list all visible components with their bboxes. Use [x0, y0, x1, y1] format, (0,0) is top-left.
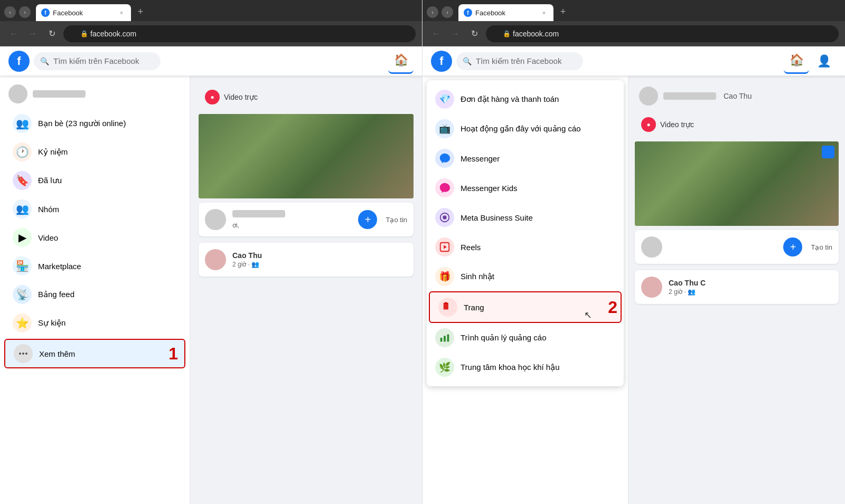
- saved-icon: 🔖: [13, 171, 32, 190]
- search-icon-right: 🔍: [463, 57, 472, 65]
- birthday-label: Sinh nhật: [461, 272, 494, 281]
- post-badge: [822, 146, 834, 158]
- ads-activity-icon: 📺: [435, 119, 454, 138]
- post-avatar-left: [205, 249, 226, 270]
- tab-forward-left[interactable]: ›: [19, 6, 31, 18]
- sidebar-item-events[interactable]: ⭐ Sự kiện: [4, 309, 185, 337]
- panel-content-left: 👥 Bạn bè (23 người online) 🕐 Kỷ niệm 🔖 Đ…: [0, 76, 422, 504]
- user-avatar-left: [8, 84, 27, 103]
- sidebar-item-saved[interactable]: 🔖 Đã lưu: [4, 167, 185, 194]
- reload-btn-right[interactable]: ↻: [467, 26, 482, 41]
- svg-rect-10: [444, 336, 446, 341]
- feed-label: Bảng feed: [38, 290, 74, 299]
- tab-forward-right[interactable]: ›: [442, 6, 453, 18]
- browser-tab-right[interactable]: f Facebook ×: [458, 4, 553, 21]
- fb-header-left: f 🔍 Tìm kiếm trên Facebook 🏠: [0, 46, 422, 76]
- friends-icon: 👥: [13, 114, 32, 133]
- events-icon: ⭐: [13, 313, 32, 332]
- sidebar-item-groups[interactable]: 👥 Nhóm: [4, 195, 185, 223]
- new-tab-left[interactable]: +: [133, 4, 148, 19]
- browser-panel-right: ‹ › f Facebook × + ← → ↻ 🔒 facebook.com: [422, 0, 845, 504]
- fb-search-right[interactable]: 🔍 Tìm kiếm trên Facebook: [456, 52, 583, 70]
- dropdown-panel: 💎 Đơn đặt hàng và thanh toán 📺 Hoạt động…: [422, 76, 628, 504]
- dropdown-item-messenger-kids[interactable]: Messenger Kids: [427, 173, 624, 203]
- address-input-right[interactable]: 🔒 facebook.com: [486, 25, 839, 42]
- profile-nav-right[interactable]: 👤: [811, 49, 837, 74]
- forward-btn-left[interactable]: →: [25, 26, 40, 41]
- tab-back-right[interactable]: ‹: [427, 6, 438, 18]
- post-user-name-left: Cao Thu: [232, 251, 407, 260]
- video-live-label-left: Video trực: [224, 93, 258, 101]
- svg-marker-6: [444, 245, 447, 249]
- tab-close-right[interactable]: ×: [540, 8, 548, 17]
- reels-icon: [435, 237, 454, 256]
- fb-header-right: f 🔍 Tìm kiếm trên Facebook 🏠 👤: [422, 46, 845, 76]
- saved-label: Đã lưu: [38, 176, 62, 185]
- trang-container: Trang ↖ 2: [427, 291, 624, 323]
- sidebar-item-feed[interactable]: 📡 Bảng feed: [4, 281, 185, 308]
- post-image-left: [199, 114, 414, 198]
- cursor-indicator: ↖: [584, 309, 592, 321]
- tab-controls-left: ‹ ›: [4, 6, 31, 21]
- dropdown-item-reels[interactable]: Reels: [427, 232, 624, 262]
- story-info-left: ơi,: [232, 210, 352, 229]
- see-more-label: Xem thêm: [39, 349, 75, 358]
- back-btn-right[interactable]: ←: [429, 26, 444, 41]
- create-story-btn-right[interactable]: +: [783, 237, 802, 256]
- new-tab-right[interactable]: +: [556, 4, 570, 19]
- post-avatar-right: [641, 277, 662, 298]
- climate-label: Trung tâm khoa học khí hậu: [461, 363, 560, 372]
- svg-point-1: [22, 353, 24, 355]
- dropdown-item-pages[interactable]: Trang: [429, 291, 622, 323]
- dropdown-item-birthday[interactable]: 🎁 Sinh nhật: [427, 262, 624, 291]
- events-label: Sự kiện: [38, 318, 65, 328]
- marketplace-label: Marketplace: [38, 262, 81, 271]
- live-icon-right: ●: [641, 117, 656, 132]
- dropdown-item-orders[interactable]: 💎 Đơn đặt hàng và thanh toán: [427, 84, 624, 114]
- post-card-left: Cao Thu 2 giờ · 👥: [199, 243, 414, 277]
- video-live-label-right: Video trực: [660, 120, 694, 129]
- tab-back-left[interactable]: ‹: [4, 6, 16, 18]
- feed-icon: 📡: [13, 285, 32, 304]
- tab-close-left[interactable]: ×: [117, 8, 126, 17]
- lock-icon-left: 🔒: [80, 30, 88, 37]
- dropdown-item-messenger[interactable]: Messenger: [427, 144, 624, 173]
- sidebar-item-marketplace[interactable]: 🏪 Marketplace: [4, 252, 185, 280]
- svg-point-0: [19, 353, 21, 355]
- sidebar-item-video[interactable]: ▶ Video: [4, 224, 185, 251]
- user-name-left: [33, 90, 86, 98]
- sidebar-item-memories[interactable]: 🕐 Kỷ niệm: [4, 138, 185, 166]
- sidebar-item-friends[interactable]: 👥 Bạn bè (23 người online): [4, 110, 185, 137]
- video-live-right: ● Video trực: [635, 112, 839, 137]
- user-name-right: [663, 92, 716, 100]
- browser-tab-left[interactable]: f Facebook ×: [36, 4, 131, 21]
- home-nav-left[interactable]: 🏠: [388, 49, 414, 74]
- fb-search-left[interactable]: 🔍 Tìm kiếm trên Facebook: [34, 52, 161, 70]
- panel-content-right: 💎 Đơn đặt hàng và thanh toán 📺 Hoạt động…: [422, 76, 845, 504]
- dropdown-item-ads-manager[interactable]: Trình quản lý quảng cáo: [427, 323, 624, 353]
- dropdown-menu: 💎 Đơn đặt hàng và thanh toán 📺 Hoạt động…: [427, 80, 624, 386]
- ads-manager-label: Trình quản lý quảng cáo: [461, 333, 547, 343]
- address-bar-right: ← → ↻ 🔒 facebook.com: [422, 21, 845, 46]
- dropdown-item-ads-activity[interactable]: 📺 Hoạt động gần đây với quảng cáo: [427, 114, 624, 144]
- post-info-left: Cao Thu 2 giờ · 👥: [232, 251, 407, 268]
- create-story-btn-left[interactable]: +: [358, 210, 377, 229]
- dropdown-item-climate[interactable]: 🌿 Trung tâm khoa học khí hậu: [427, 353, 624, 382]
- lock-icon-right: 🔒: [503, 30, 511, 37]
- svg-point-4: [443, 215, 446, 219]
- address-input-left[interactable]: 🔒 facebook.com: [63, 25, 416, 42]
- fb-feed-left: ● Video trực ơi, + Tạo tin: [190, 76, 422, 504]
- home-nav-right[interactable]: 🏠: [784, 49, 809, 74]
- sidebar-item-see-more[interactable]: Xem thêm 1: [4, 339, 185, 368]
- tab-title-right: Facebook: [475, 9, 537, 17]
- dropdown-item-meta-business[interactable]: Meta Business Suite: [427, 203, 624, 232]
- reload-btn-left[interactable]: ↻: [44, 26, 59, 41]
- address-text-left: facebook.com: [90, 30, 136, 38]
- address-text-right: facebook.com: [513, 30, 559, 38]
- address-bar-left: ← → ↻ 🔒 facebook.com: [0, 21, 422, 46]
- messenger-icon: [435, 149, 454, 168]
- back-btn-left[interactable]: ←: [6, 26, 21, 41]
- story-avatar-left: [205, 209, 226, 230]
- forward-btn-right[interactable]: →: [448, 26, 463, 41]
- post-user-name-right: Cao Thu C: [669, 279, 832, 287]
